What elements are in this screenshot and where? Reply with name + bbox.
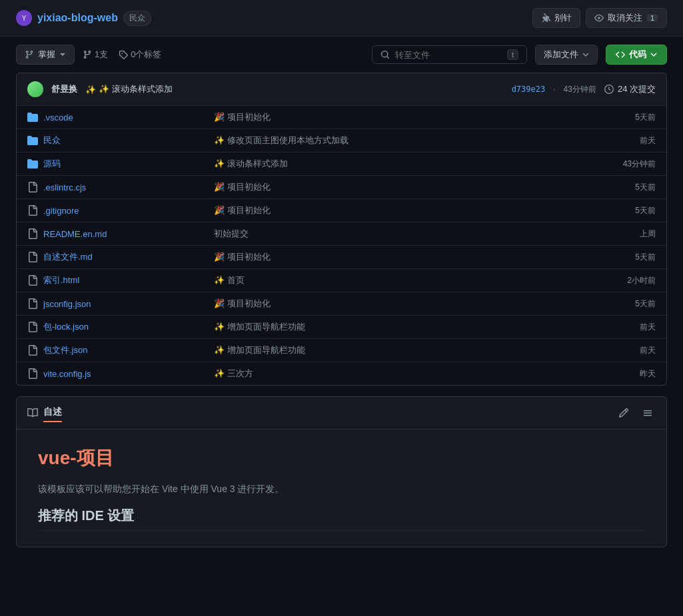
file-name[interactable]: 自述文件.md <box>27 251 214 263</box>
code-button[interactable]: 代码 <box>606 45 667 65</box>
commit-msg-cell: 🎉 项目初始化 <box>214 204 589 216</box>
table-row: 包文件.json ✨ 增加页面导航栏功能 前天 <box>17 339 666 362</box>
file-time: 前天 <box>589 135 656 147</box>
search-kbd: t <box>507 49 518 60</box>
commit-dot: · <box>553 85 555 94</box>
file-name-text: 索引.html <box>43 274 79 286</box>
folder-icon <box>27 158 38 169</box>
commit-msg-cell: ✨ 修改页面主图使用本地方式加载 <box>214 135 589 147</box>
file-time: 前天 <box>589 322 656 333</box>
readme-description: 该模板应该可以帮助您开始在 Vite 中使用 Vue 3 进行开发。 <box>38 481 645 496</box>
file-name[interactable]: 包文件.json <box>27 344 214 356</box>
repo-name[interactable]: yixiao-blog-web <box>37 12 118 24</box>
toc-button[interactable] <box>640 405 656 421</box>
file-commit-msg: ✨ 三次方 <box>214 368 253 380</box>
chevron-down-icon <box>59 51 66 58</box>
table-row: README.en.md 初始提交 上周 <box>17 222 666 246</box>
file-name[interactable]: .eslintrc.cjs <box>27 182 214 192</box>
search-input[interactable] <box>395 50 502 60</box>
file-name[interactable]: 民众 <box>27 135 214 147</box>
file-icon <box>27 182 38 192</box>
branches-count[interactable]: 1支 <box>95 49 108 61</box>
file-icon <box>27 205 38 216</box>
commit-msg-cell: ✨ 首页 <box>214 274 589 286</box>
file-name-text: .vscode <box>43 113 73 123</box>
edit-readme-button[interactable] <box>616 405 632 421</box>
pencil-icon <box>618 408 629 418</box>
readme-box: 自述 vue-项目 该模板应该可以帮助您开始在 Vite 中使用 Vue 3 进… <box>16 396 667 547</box>
file-time: 昨天 <box>589 368 656 380</box>
book-icon <box>27 408 38 418</box>
readme-content: vue-项目 该模板应该可以帮助您开始在 Vite 中使用 Vue 3 进行开发… <box>17 430 666 547</box>
readme-title: vue-项目 <box>38 446 645 471</box>
table-row: 源码 ✨ 滚动条样式添加 43分钟前 <box>17 153 666 176</box>
file-name[interactable]: 索引.html <box>27 274 214 286</box>
readme-tab-label[interactable]: 自述 <box>43 404 62 422</box>
branch-icon <box>25 50 34 59</box>
file-name[interactable]: README.en.md <box>27 228 214 239</box>
readme-title-main: 项目 <box>77 448 114 468</box>
file-icon <box>27 275 38 286</box>
tags-count[interactable]: 0个标签 <box>131 49 161 61</box>
watch-label: 取消关注 <box>608 12 642 24</box>
commit-info-box: 舒昱换 ✨ ✨ 滚动条样式添加 d739e23 · 43分钟前 24 次提交 <box>16 73 667 106</box>
file-time: 5天前 <box>589 252 656 263</box>
readme-actions <box>616 405 656 421</box>
table-row: 民众 ✨ 修改页面主图使用本地方式加载 前天 <box>17 129 666 153</box>
table-row: 索引.html ✨ 首页 2小时前 <box>17 269 666 292</box>
file-commit-msg: 🎉 项目初始化 <box>214 111 271 123</box>
branches-info: 1支 <box>83 49 108 61</box>
commit-msg-cell: 初始提交 <box>214 228 589 240</box>
table-row: .vscode 🎉 项目初始化 5天前 <box>17 106 666 129</box>
file-commit-msg: 🎉 项目初始化 <box>214 298 271 310</box>
file-name[interactable]: 包-lock.json <box>27 321 214 333</box>
repo-meta: 1支 0个标签 <box>83 49 364 61</box>
file-name-text: 包文件.json <box>43 344 87 356</box>
commit-author[interactable]: 舒昱换 <box>51 83 77 95</box>
folder-icon <box>27 135 38 146</box>
file-name[interactable]: jsconfig.json <box>27 298 214 309</box>
file-time: 5天前 <box>589 112 656 123</box>
code-chevron-icon <box>650 51 657 58</box>
file-search[interactable]: t <box>372 45 527 64</box>
header-right: 别针 取消关注 1 <box>532 8 667 28</box>
commit-msg-cell: 🎉 项目初始化 <box>214 111 589 123</box>
add-file-button[interactable]: 添加文件 <box>535 45 598 65</box>
pin-button[interactable]: 别针 <box>532 8 580 28</box>
folder-icon <box>27 112 38 123</box>
file-icon <box>27 345 38 356</box>
file-name-text: 民众 <box>43 135 61 147</box>
readme-header: 自述 <box>17 397 666 430</box>
add-file-chevron-icon <box>582 51 589 58</box>
file-time: 前天 <box>589 345 656 356</box>
file-name[interactable]: 源码 <box>27 158 214 170</box>
commit-msg-cell: ✨ 增加页面导航栏功能 <box>214 321 589 333</box>
code-label: 代码 <box>629 49 646 61</box>
file-time: 5天前 <box>589 298 656 310</box>
branch-button[interactable]: 掌握 <box>16 45 75 65</box>
table-row: .gitignore 🎉 项目初始化 5天前 <box>17 199 666 222</box>
file-commit-msg: 🎉 项目初始化 <box>214 251 271 263</box>
pin-label: 别针 <box>554 12 572 24</box>
spark-icon: ✨ <box>85 85 96 95</box>
file-name-text: .gitignore <box>43 206 79 216</box>
eye-icon <box>594 13 604 23</box>
file-name-text: 源码 <box>43 158 61 170</box>
file-commit-msg: 🎉 项目初始化 <box>214 181 271 193</box>
commit-meta: d739e23 · 43分钟前 24 次提交 <box>512 83 656 95</box>
commit-hash[interactable]: d739e23 <box>512 85 546 94</box>
commit-msg-cell: ✨ 滚动条样式添加 <box>214 158 589 170</box>
table-row: 包-lock.json ✨ 增加页面导航栏功能 前天 <box>17 316 666 339</box>
file-name-text: 自述文件.md <box>43 251 93 263</box>
file-name[interactable]: vite.config.js <box>27 368 214 379</box>
file-name-text: README.en.md <box>43 229 107 239</box>
file-time: 43分钟前 <box>589 158 656 170</box>
file-name[interactable]: .vscode <box>27 112 214 123</box>
tag-icon <box>119 50 128 59</box>
svg-text:Y: Y <box>22 15 27 22</box>
watch-button[interactable]: 取消关注 1 <box>586 8 667 28</box>
file-icon <box>27 322 38 332</box>
readme-subtitle: 推荐的 IDE 设置 <box>38 507 645 531</box>
commit-msg-cell: 🎉 项目初始化 <box>214 181 589 193</box>
file-name[interactable]: .gitignore <box>27 205 214 216</box>
